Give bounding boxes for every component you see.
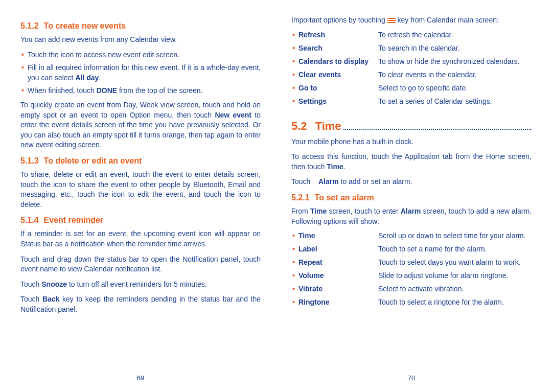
heading-5-1-4: 5.1.4Event reminder xyxy=(20,216,261,225)
heading-5-2: 5.2 Time xyxy=(291,120,532,133)
heading-5-1-2: 5.1.2To create new events xyxy=(20,21,261,31)
para: Touch Snooze to turn off all event remin… xyxy=(20,280,261,290)
para: Important options by touching key from C… xyxy=(291,15,532,26)
para: To quickly create an event from Day, Wee… xyxy=(20,100,261,150)
para: Touch and drag down the status bar to op… xyxy=(20,255,261,274)
para: Your mobile phone has a built-in clock. xyxy=(291,137,532,147)
alarm-options-table: TimeScroll up or down to select time for… xyxy=(291,232,532,311)
para: Touch Alarm to add or set an alarm. xyxy=(291,177,532,187)
heading-5-2-1: 5.2.1To set an alarm xyxy=(291,193,532,202)
para: Touch Back key to keep the reminders pen… xyxy=(20,294,261,314)
para: If a reminder is set for an event, the u… xyxy=(20,229,261,249)
page-number-left: 69 xyxy=(20,374,276,382)
para: To access this function, touch the Appli… xyxy=(291,152,532,172)
para: From Time screen, touch to enter Alarm s… xyxy=(291,206,532,226)
page-number-right: 70 xyxy=(276,374,532,382)
bullet-list: Touch the icon to access new event edit … xyxy=(20,50,261,96)
heading-5-1-3: 5.1.3To delete or edit an event xyxy=(20,156,261,166)
para: To share, delete or edit an event, touch… xyxy=(20,170,261,210)
menu-icon xyxy=(387,17,396,24)
para: You can add new events from any Calendar… xyxy=(20,35,261,45)
calendar-options-table: RefreshTo refresh the calendar. SearchTo… xyxy=(291,31,532,110)
